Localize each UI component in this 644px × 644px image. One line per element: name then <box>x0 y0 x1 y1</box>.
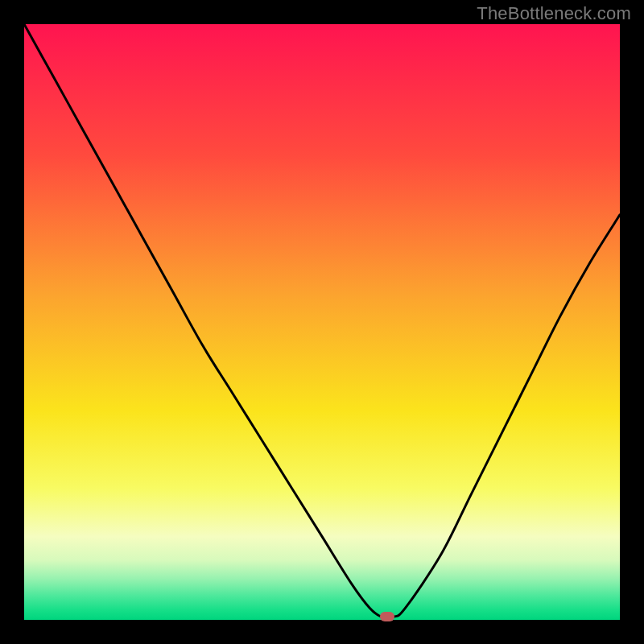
optimal-point-marker <box>380 612 394 621</box>
bottleneck-curve <box>24 24 620 620</box>
watermark-text: TheBottleneck.com <box>477 3 631 24</box>
chart-frame: TheBottleneck.com <box>0 0 644 644</box>
plot-area <box>24 24 620 620</box>
